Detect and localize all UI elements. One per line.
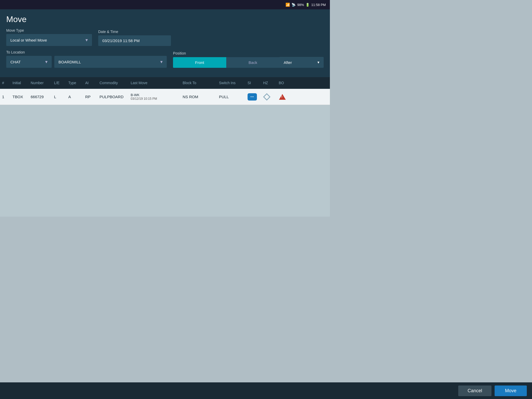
col-ai: AI	[83, 80, 97, 86]
cell-blockto: NS ROM	[181, 91, 217, 102]
status-icons: 📶 📡 98% 🔋 11:58 PM	[285, 3, 326, 7]
wifi-icon: 📶	[285, 3, 290, 7]
move-type-select[interactable]: Local or Wheel Move ▾	[6, 34, 92, 46]
col-commodity: Commodity	[97, 80, 129, 86]
diamond-icon[interactable]	[263, 93, 270, 101]
position-buttons: Front Back After ▾	[173, 57, 324, 68]
location-select-2[interactable]: BOARDMILL ▾	[54, 56, 167, 68]
cell-num: 1	[0, 91, 10, 102]
position-label: Position	[173, 51, 324, 55]
cell-lastmove: B-WK 03/12/19 10:15 PM	[129, 91, 181, 102]
page-title: Move	[6, 15, 324, 24]
form-row-1: Move Type Local or Wheel Move ▾ Date & T…	[6, 28, 324, 46]
cell-commodity: PULPBOARD	[97, 91, 129, 102]
cell-si[interactable]	[245, 91, 261, 102]
col-lastmove: Last Move	[129, 80, 181, 86]
col-switchins: Switch Ins	[217, 80, 245, 86]
to-location-label: To Location	[6, 50, 167, 54]
signal-icon: 📡	[291, 3, 296, 7]
col-type: Type	[66, 80, 83, 86]
position-front-button[interactable]: Front	[173, 57, 226, 68]
status-bar: 📶 📡 98% 🔋 11:58 PM	[0, 0, 330, 9]
datetime-label: Date & Time	[98, 30, 171, 34]
col-hz: HZ	[261, 80, 277, 86]
chat-icon[interactable]	[248, 93, 257, 101]
last-move-date: 03/12/19 10:15 PM	[131, 97, 157, 101]
move-type-group: Move Type Local or Wheel Move ▾	[6, 28, 92, 46]
last-move-code: B-WK	[131, 93, 139, 97]
position-after-button[interactable]: After ▾	[280, 57, 324, 68]
datetime-group: Date & Time 03/21/2019 11:58 PM	[98, 30, 171, 46]
cell-hz[interactable]	[261, 91, 277, 102]
cell-switchins: PULL	[217, 91, 245, 102]
col-si: SI	[245, 80, 261, 86]
chevron-down-icon: ▾	[85, 37, 88, 43]
form-row-2: To Location CHAT ▾ BOARDMILL ▾ Position …	[6, 50, 324, 68]
col-number: Number	[29, 80, 52, 86]
clock: 11:58 PM	[311, 3, 326, 7]
move-type-value: Local or Wheel Move	[10, 38, 47, 42]
cell-initial: TBOX	[10, 91, 29, 102]
cell-ai: RP	[83, 91, 97, 102]
table-row[interactable]: 1 TBOX 666729 L A RP PULPBOARD B-WK 03/1…	[0, 89, 330, 105]
warning-icon[interactable]	[279, 93, 286, 101]
col-blockto: Block To	[181, 80, 217, 86]
location-value-2: BOARDMILL	[58, 60, 81, 64]
cell-bo[interactable]	[277, 91, 292, 102]
position-group: Position Front Back After ▾	[173, 51, 324, 68]
battery-icon: 🔋	[305, 3, 310, 7]
cell-le: L	[52, 91, 66, 102]
col-bo: BO	[277, 80, 292, 86]
datetime-input[interactable]: 03/21/2019 11:58 PM	[98, 35, 171, 46]
table-area: # Initial Number L/E Type AI Commodity L…	[0, 77, 330, 105]
battery-level: 98%	[297, 3, 304, 7]
move-type-label: Move Type	[6, 28, 92, 32]
col-num: #	[0, 80, 10, 86]
col-initial: Initial	[10, 80, 29, 86]
location-value-1: CHAT	[10, 60, 21, 64]
location-selects: CHAT ▾ BOARDMILL ▾	[6, 56, 167, 68]
cell-type: A	[66, 91, 83, 102]
table-header: # Initial Number L/E Type AI Commodity L…	[0, 77, 330, 89]
chevron-down-icon: ▾	[45, 59, 48, 65]
chevron-down-icon: ▾	[160, 59, 163, 65]
cell-number: 666729	[29, 91, 52, 102]
chevron-down-icon: ▾	[317, 60, 320, 65]
location-select-1[interactable]: CHAT ▾	[6, 56, 52, 68]
position-after-label: After	[284, 60, 292, 65]
content-area	[0, 105, 330, 217]
position-back-button[interactable]: Back	[226, 57, 280, 68]
col-le: L/E	[52, 80, 66, 86]
location-group: To Location CHAT ▾ BOARDMILL ▾	[6, 50, 167, 68]
form-area: Move Move Type Local or Wheel Move ▾ Dat…	[0, 9, 330, 77]
